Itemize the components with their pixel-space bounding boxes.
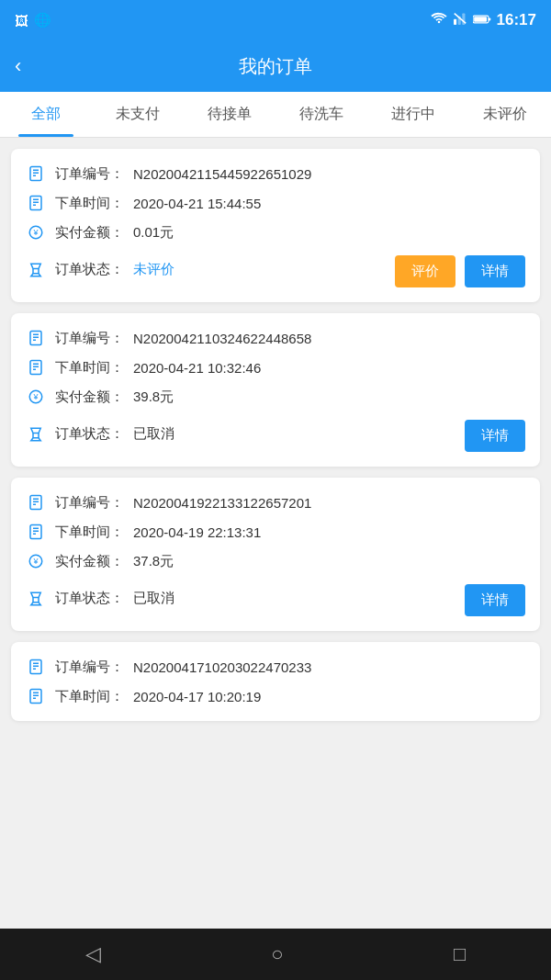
- order-card-3: 订单编号： N202004192213312265​7201 下单时间： 202…: [11, 478, 540, 631]
- recent-nav-button[interactable]: □: [454, 942, 466, 966]
- order-no-value-3: N202004192213312265​7201: [133, 495, 311, 511]
- detail-button-2[interactable]: 详情: [465, 420, 525, 452]
- svg-text:¥: ¥: [32, 392, 39, 401]
- status-icon-1: [26, 260, 46, 280]
- order-no-row-3: 订单编号： N202004192213312265​7201: [26, 492, 525, 513]
- order-time-row-2: 下单时间： 2020-04-21 10:32:46: [26, 357, 525, 377]
- status-value-1: 未评价: [133, 261, 174, 278]
- status-left-1: 订单状态： 未评价: [26, 260, 174, 280]
- time-value-1: 2020-04-21 15:44:55: [133, 196, 261, 211]
- amount-icon-3: ¥: [26, 551, 46, 571]
- tab-all[interactable]: 全部: [0, 92, 92, 137]
- order-no-label-2: 订单编号：: [55, 330, 124, 347]
- time-icon-3: [26, 522, 46, 542]
- time: 16:17: [497, 11, 536, 29]
- wifi-icon: [431, 11, 447, 29]
- order-no-label-3: 订单编号：: [55, 494, 124, 512]
- time-value-2: 2020-04-21 10:32:46: [133, 360, 261, 376]
- order-card-2: 订单编号： N202004211032462244​8658 下单时间： 202…: [11, 313, 540, 467]
- svg-rect-6: [488, 17, 489, 20]
- amount-label-3: 实付金额：: [55, 553, 124, 570]
- order-time-row-4: 下单时间： 2020-04-17 10:20:19: [26, 686, 525, 706]
- svg-rect-5: [474, 17, 487, 21]
- amount-icon-1: ¥: [26, 222, 46, 242]
- detail-button-3[interactable]: 详情: [465, 584, 525, 616]
- back-nav-button[interactable]: ◁: [85, 942, 101, 966]
- tab-in-progress[interactable]: 进行中: [367, 92, 459, 137]
- time-icon-2: [26, 357, 46, 377]
- amount-value-2: 39.8元: [133, 389, 174, 406]
- time-icon-1: [26, 193, 46, 213]
- status-icon-2: [26, 424, 46, 445]
- review-button-1[interactable]: 评价: [395, 255, 455, 287]
- status-bar: 🖼 🌐 16:17: [0, 0, 551, 40]
- order-no-label-1: 订单编号：: [55, 165, 124, 183]
- order-no-row-4: 订单编号： N202004171020302247​0233: [26, 657, 525, 677]
- order-amount-row-3: ¥ 实付金额： 37.8元: [26, 551, 525, 571]
- tab-pending-wash[interactable]: 待洗车: [276, 92, 367, 137]
- header: ‹ 我的订单: [0, 40, 551, 92]
- order-icon-2: [26, 328, 46, 348]
- tab-bar: 全部 未支付 待接单 待洗车 进行中 未评价: [0, 92, 551, 138]
- status-bar-right: 16:17: [431, 11, 536, 29]
- status-left-2: 订单状态： 已取消: [26, 424, 174, 445]
- detail-button-1[interactable]: 详情: [465, 255, 525, 287]
- time-icon-4: [26, 686, 46, 706]
- order-no-value-4: N202004171020302247​0233: [133, 659, 311, 675]
- battery-icon: [473, 11, 491, 29]
- order-time-row-3: 下单时间： 2020-04-19 22:13:31: [26, 522, 525, 542]
- order-list: 订单编号： N202004211544592265​1029 下单时间： 202…: [0, 138, 551, 929]
- status-label-3: 订单状态：: [55, 590, 124, 607]
- amount-icon-2: ¥: [26, 387, 46, 407]
- signal-blocked-icon: [453, 11, 467, 29]
- time-value-4: 2020-04-17 10:20:19: [133, 689, 261, 704]
- time-label-1: 下单时间：: [55, 195, 124, 212]
- order-no-value-2: N202004211032462244​8658: [133, 331, 311, 346]
- amount-label-2: 实付金额：: [55, 389, 124, 406]
- order-actions-1: 评价 详情: [395, 255, 525, 287]
- time-label-3: 下单时间：: [55, 524, 124, 541]
- page-title: 我的订单: [239, 54, 312, 79]
- order-status-row-2: 订单状态： 已取消 详情: [26, 416, 525, 452]
- order-amount-row-2: ¥ 实付金额： 39.8元: [26, 387, 525, 407]
- amount-label-1: 实付金额：: [55, 224, 124, 242]
- order-icon-1: [26, 163, 46, 184]
- status-left-3: 订单状态： 已取消: [26, 589, 174, 609]
- tab-pending-accept[interactable]: 待接单: [184, 92, 276, 137]
- status-icon-3: [26, 589, 46, 609]
- order-card-1: 订单编号： N202004211544592265​1029 下单时间： 202…: [11, 149, 540, 302]
- order-icon-4: [26, 657, 46, 677]
- amount-value-1: 0.01元: [133, 224, 174, 242]
- status-label-2: 订单状态：: [55, 425, 124, 443]
- svg-text:¥: ¥: [32, 228, 39, 237]
- amount-value-3: 37.8元: [133, 553, 174, 570]
- order-no-value-1: N202004211544592265​1029: [133, 166, 311, 182]
- home-nav-button[interactable]: ○: [271, 942, 283, 966]
- order-status-row-1: 订单状态： 未评价 评价 详情: [26, 252, 525, 287]
- tab-unpaid[interactable]: 未支付: [92, 92, 184, 137]
- order-status-row-3: 订单状态： 已取消 详情: [26, 580, 525, 616]
- time-label-4: 下单时间：: [55, 688, 124, 705]
- time-label-2: 下单时间：: [55, 359, 124, 377]
- bottom-nav: ◁ ○ □: [0, 929, 551, 980]
- status-value-2: 已取消: [133, 425, 174, 443]
- status-label-1: 订单状态：: [55, 261, 124, 278]
- order-no-label-4: 订单编号：: [55, 659, 124, 676]
- order-icon-3: [26, 492, 46, 513]
- svg-rect-0: [454, 19, 456, 25]
- time-value-3: 2020-04-19 22:13:31: [133, 524, 261, 540]
- globe-icon: 🌐: [34, 12, 51, 28]
- svg-text:¥: ¥: [32, 557, 39, 566]
- image-icon: 🖼: [15, 13, 28, 28]
- order-amount-row-1: ¥ 实付金额： 0.01元: [26, 222, 525, 242]
- status-value-3: 已取消: [133, 590, 174, 607]
- order-card-4: 订单编号： N202004171020302247​0233 下单时间： 202…: [11, 642, 540, 721]
- back-button[interactable]: ‹: [15, 54, 21, 78]
- order-actions-3: 详情: [465, 584, 525, 616]
- order-no-row-2: 订单编号： N202004211032462244​8658: [26, 328, 525, 348]
- order-time-row-1: 下单时间： 2020-04-21 15:44:55: [26, 193, 525, 213]
- tab-unreviewed[interactable]: 未评价: [459, 92, 551, 137]
- status-bar-left: 🖼 🌐: [15, 12, 51, 28]
- order-no-row-1: 订单编号： N202004211544592265​1029: [26, 163, 525, 184]
- order-actions-2: 详情: [465, 420, 525, 452]
